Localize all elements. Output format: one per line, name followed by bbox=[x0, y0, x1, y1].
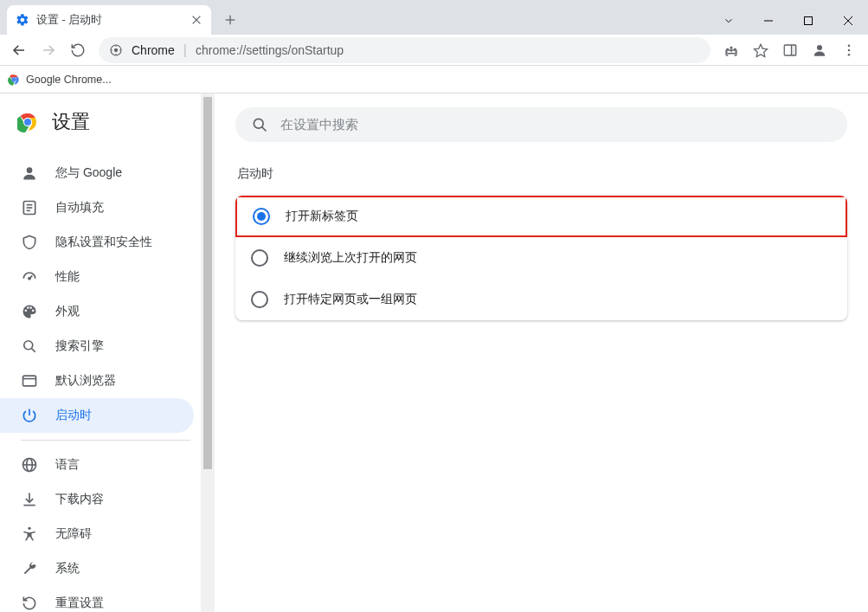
window-controls bbox=[709, 7, 868, 35]
radio-unchecked-icon[interactable] bbox=[251, 249, 268, 267]
sidebar-item-autofill[interactable]: 自动填充 bbox=[0, 190, 194, 225]
chrome-logo-icon bbox=[17, 112, 38, 132]
sidebar-item-label: 隐私设置和安全性 bbox=[55, 235, 152, 250]
browser-tab[interactable]: 设置 - 启动时 bbox=[7, 5, 211, 35]
power-icon bbox=[21, 407, 38, 424]
accessibility-icon bbox=[21, 525, 38, 543]
option-label: 打开新标签页 bbox=[286, 209, 358, 224]
sidebar-item-label: 外观 bbox=[55, 304, 80, 319]
titlebar: 设置 - 启动时 bbox=[0, 0, 868, 35]
sidebar-item-downloads[interactable]: 下载内容 bbox=[0, 482, 194, 517]
svg-line-36 bbox=[32, 349, 35, 352]
share-button[interactable] bbox=[717, 36, 745, 64]
sidebar-item-performance[interactable]: 性能 bbox=[0, 260, 194, 294]
omnibox-url: chrome://settings/onStartup bbox=[196, 43, 344, 57]
page-title: 设置 bbox=[52, 109, 90, 135]
close-tab-icon[interactable] bbox=[190, 14, 203, 26]
sidebar-item-accessibility[interactable]: 无障碍 bbox=[0, 517, 194, 551]
sidebar-item-on-startup[interactable]: 启动时 bbox=[0, 398, 194, 433]
sidebar-item-label: 您与 Google bbox=[55, 165, 122, 181]
svg-point-28 bbox=[27, 167, 33, 173]
divider bbox=[21, 440, 190, 441]
search-icon bbox=[251, 116, 268, 133]
window-minimize-button[interactable] bbox=[749, 7, 788, 35]
person-icon bbox=[21, 164, 38, 182]
settings-content: 设置 您与 Google 自动填充 隐私设置和安全性 性能 外观 bbox=[0, 93, 868, 612]
option-new-tab[interactable]: 打开新标签页 bbox=[235, 196, 847, 237]
tab-search-button[interactable] bbox=[709, 7, 749, 35]
sidebar-item-label: 启动时 bbox=[55, 408, 92, 423]
back-button[interactable] bbox=[5, 36, 33, 64]
tab-title: 设置 - 启动时 bbox=[36, 13, 190, 28]
bookmark-item[interactable]: Google Chrome... bbox=[26, 74, 112, 86]
sidebar-item-label: 搜索引擎 bbox=[55, 338, 104, 354]
svg-rect-37 bbox=[23, 376, 36, 386]
option-continue[interactable]: 继续浏览上次打开的网页 bbox=[235, 237, 847, 279]
sidebar-item-reset[interactable]: 重置设置 bbox=[0, 586, 194, 612]
sidebar-item-label: 重置设置 bbox=[55, 596, 104, 611]
window-close-button[interactable] bbox=[828, 7, 868, 35]
sidebar-item-label: 默认浏览器 bbox=[55, 373, 116, 389]
speedometer-icon bbox=[21, 268, 38, 286]
svg-marker-13 bbox=[755, 44, 768, 56]
sidebar-item-languages[interactable]: 语言 bbox=[0, 448, 194, 482]
reload-button[interactable] bbox=[64, 36, 92, 64]
chrome-logo-icon bbox=[7, 73, 21, 87]
sidebar-item-label: 自动填充 bbox=[55, 200, 104, 216]
side-panel-button[interactable] bbox=[776, 36, 804, 64]
settings-search-box[interactable] bbox=[235, 107, 847, 142]
sidebar-item-label: 语言 bbox=[55, 457, 80, 473]
browser-toolbar: Chrome | chrome://settings/onStartup bbox=[0, 35, 868, 66]
sidebar-item-you-and-google[interactable]: 您与 Google bbox=[0, 156, 194, 190]
settings-search-input[interactable] bbox=[280, 118, 832, 132]
svg-rect-16 bbox=[792, 45, 796, 55]
svg-point-35 bbox=[24, 341, 33, 350]
site-info-icon[interactable] bbox=[109, 43, 123, 57]
settings-main: 启动时 打开新标签页 继续浏览上次打开的网页 打开特定网页或一组网页 bbox=[215, 93, 868, 612]
search-icon bbox=[21, 338, 38, 355]
chrome-menu-button[interactable] bbox=[835, 36, 863, 64]
svg-point-24 bbox=[12, 77, 16, 81]
shield-icon bbox=[21, 234, 38, 251]
bookmark-star-button[interactable] bbox=[747, 36, 775, 64]
profile-button[interactable] bbox=[806, 36, 833, 64]
bookmarks-bar: Google Chrome... bbox=[0, 66, 868, 93]
startup-options-card: 打开新标签页 继续浏览上次打开的网页 打开特定网页或一组网页 bbox=[235, 196, 847, 320]
globe-icon bbox=[21, 456, 38, 473]
new-tab-button[interactable] bbox=[218, 8, 242, 32]
sidebar-scrollbar[interactable] bbox=[201, 93, 215, 612]
window-maximize-button[interactable] bbox=[788, 7, 828, 35]
forward-button[interactable] bbox=[35, 36, 62, 64]
wrench-icon bbox=[21, 560, 38, 577]
sidebar-item-search-engine[interactable]: 搜索引擎 bbox=[0, 329, 194, 364]
svg-line-47 bbox=[262, 127, 267, 132]
option-label: 继续浏览上次打开的网页 bbox=[284, 250, 417, 266]
radio-unchecked-icon[interactable] bbox=[251, 291, 268, 308]
scrollbar-thumb[interactable] bbox=[203, 97, 212, 469]
svg-point-45 bbox=[28, 527, 30, 530]
svg-point-20 bbox=[848, 53, 851, 55]
svg-point-46 bbox=[254, 119, 263, 128]
browser-icon bbox=[21, 372, 38, 390]
page-header: 设置 bbox=[0, 93, 201, 156]
sidebar-item-default-browser[interactable]: 默认浏览器 bbox=[0, 364, 194, 398]
svg-rect-5 bbox=[805, 17, 813, 25]
download-icon bbox=[21, 491, 38, 508]
sidebar-item-label: 系统 bbox=[55, 561, 80, 577]
address-bar[interactable]: Chrome | chrome://settings/onStartup bbox=[99, 37, 710, 63]
svg-point-19 bbox=[848, 48, 851, 51]
autofill-icon bbox=[21, 199, 38, 216]
sidebar-item-appearance[interactable]: 外观 bbox=[0, 294, 194, 329]
sidebar-item-privacy[interactable]: 隐私设置和安全性 bbox=[0, 225, 194, 260]
svg-point-34 bbox=[29, 278, 30, 280]
gear-icon bbox=[16, 13, 29, 27]
svg-point-27 bbox=[24, 119, 31, 126]
option-specific-pages[interactable]: 打开特定网页或一组网页 bbox=[235, 279, 847, 320]
reset-icon bbox=[21, 595, 38, 612]
sidebar-item-label: 性能 bbox=[55, 269, 80, 285]
radio-checked-icon[interactable] bbox=[253, 208, 270, 225]
sidebar-item-system[interactable]: 系统 bbox=[0, 551, 194, 586]
sidebar-item-label: 无障碍 bbox=[55, 526, 92, 542]
omnibox-scheme-label: Chrome bbox=[132, 43, 175, 57]
section-title: 启动时 bbox=[235, 159, 847, 196]
